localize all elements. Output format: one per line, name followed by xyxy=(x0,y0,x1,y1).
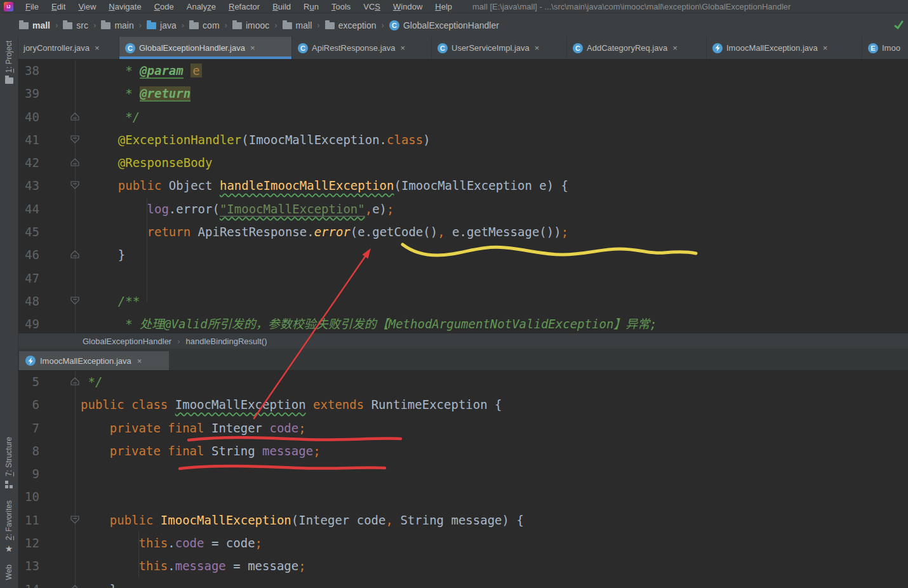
breadcrumb-class[interactable]: GlobalExceptionHandler xyxy=(83,337,171,346)
menu-item-navigate[interactable]: Navigate xyxy=(102,2,147,11)
menu-item-analyze[interactable]: Analyze xyxy=(180,2,222,11)
tool-button-1-project[interactable]: 1: Project xyxy=(4,41,13,84)
line-number[interactable]: 48 xyxy=(18,290,39,312)
fold-up-icon[interactable] xyxy=(70,112,80,122)
code-text[interactable]: */ xyxy=(18,370,908,393)
breadcrumb-item-exception[interactable]: exception xyxy=(325,20,377,30)
code-text[interactable]: private final Integer code; xyxy=(18,417,908,439)
code-text[interactable]: return ApiRestResponse.error(e.getCode()… xyxy=(18,220,908,243)
breadcrumb-item-mall[interactable]: mall xyxy=(19,20,50,30)
close-icon[interactable]: × xyxy=(250,43,255,53)
menu-item-window[interactable]: Window xyxy=(387,2,429,11)
close-icon[interactable]: × xyxy=(401,43,406,53)
code-text[interactable]: * @param e xyxy=(18,59,908,82)
fold-up-icon[interactable] xyxy=(70,584,80,588)
menu-item-view[interactable]: View xyxy=(72,2,102,11)
line-number[interactable]: 6 xyxy=(18,393,39,416)
tab-globalexceptionhandler-java[interactable]: CGlobalExceptionHandler.java× xyxy=(119,37,292,59)
code-text[interactable]: this.message = message; xyxy=(18,554,908,577)
line-number[interactable]: 10 xyxy=(18,485,39,508)
breadcrumb-item-imooc[interactable]: imooc xyxy=(232,20,269,30)
menu-item-vcs[interactable]: VCS xyxy=(357,2,387,11)
close-icon[interactable]: × xyxy=(95,43,100,53)
code-text[interactable]: */ xyxy=(18,105,908,128)
line-number[interactable]: 14 xyxy=(18,578,39,588)
breadcrumb-item-java[interactable]: java xyxy=(147,20,177,30)
line-number[interactable]: 7 xyxy=(18,417,39,439)
code-text[interactable]: * @return xyxy=(18,82,908,105)
code-text[interactable]: private final String message; xyxy=(18,439,908,462)
code-text[interactable]: log.error("ImoocMallException",e); xyxy=(18,197,908,220)
line-number[interactable]: 12 xyxy=(18,531,39,554)
close-icon[interactable]: × xyxy=(137,356,142,366)
line-number[interactable]: 41 xyxy=(18,128,39,151)
close-icon[interactable]: × xyxy=(823,43,828,53)
line-number[interactable]: 42 xyxy=(18,151,39,174)
fold-down-icon[interactable] xyxy=(70,135,80,145)
code-text[interactable]: /** xyxy=(18,290,908,312)
menu-item-refactor[interactable]: Refactor xyxy=(222,2,266,11)
menu-item-edit[interactable]: Edit xyxy=(45,2,72,11)
tool-button-web[interactable]: Web xyxy=(4,565,13,580)
fold-up-icon[interactable] xyxy=(70,377,80,387)
line-number[interactable]: 8 xyxy=(18,439,39,462)
code-text[interactable]: @ExceptionHandler(ImoocMallException.cla… xyxy=(18,128,908,151)
code-text[interactable]: this.code = code; xyxy=(18,531,908,554)
code-text[interactable]: } xyxy=(18,578,908,588)
close-icon[interactable]: × xyxy=(672,43,678,53)
tab-userserviceimpl-java[interactable]: CUserServiceImpl.java× xyxy=(432,37,567,59)
line-number[interactable]: 9 xyxy=(18,462,39,485)
breadcrumb-member[interactable]: handleBindingResult() xyxy=(186,337,267,346)
fold-up-icon[interactable] xyxy=(70,157,80,168)
fold-up-icon[interactable] xyxy=(70,250,80,260)
line-number[interactable]: 49 xyxy=(18,312,39,333)
line-number[interactable]: 47 xyxy=(18,267,39,290)
tab-imoo[interactable]: EImoo xyxy=(862,37,908,59)
code-text[interactable]: public ImoocMallException(Integer code, … xyxy=(18,509,908,531)
tab-imoocmallexception-java[interactable]: ImoocMallException.java× xyxy=(707,37,862,59)
code-text[interactable]: public class ImoocMallException extends … xyxy=(18,393,908,416)
menu-item-run[interactable]: Run xyxy=(297,2,325,11)
tool-button-2-favorites[interactable]: 2: Favorites★ xyxy=(4,500,13,552)
line-number[interactable]: 45 xyxy=(18,220,39,243)
menu-item-help[interactable]: Help xyxy=(429,2,458,11)
line-number[interactable]: 46 xyxy=(18,243,39,266)
fold-down-icon[interactable] xyxy=(70,296,80,306)
inspection-status-icon[interactable] xyxy=(893,19,904,30)
chevron-right-icon: › xyxy=(139,20,142,30)
line-number[interactable]: 5 xyxy=(18,370,39,393)
menu-item-build[interactable]: Build xyxy=(266,2,297,11)
code-text[interactable]: * 处理@Valid所引发的，参数校验失败引发的【MethodArgumentN… xyxy=(18,312,908,333)
menu-item-file[interactable]: File xyxy=(19,2,45,11)
breadcrumb-item-com[interactable]: com xyxy=(189,20,219,30)
line-number[interactable]: 44 xyxy=(18,197,39,220)
close-icon[interactable]: × xyxy=(535,43,540,53)
breadcrumb-item-src[interactable]: src xyxy=(63,20,88,30)
code-text[interactable]: public Object handleImoocMallException(I… xyxy=(18,174,908,197)
fold-down-icon[interactable] xyxy=(70,515,80,525)
code-token: ( xyxy=(291,513,298,527)
menu-item-tools[interactable]: Tools xyxy=(325,2,357,11)
editor-global-exception-handler[interactable]: 38 * @param e39 * @return40 */41 @Except… xyxy=(18,59,908,333)
line-number[interactable]: 13 xyxy=(18,554,39,577)
line-number[interactable]: 11 xyxy=(18,509,39,531)
code-text[interactable]: @ResponseBody xyxy=(18,151,908,174)
line-number[interactable]: 38 xyxy=(18,59,39,82)
code-token: extends xyxy=(313,398,364,411)
tab-imoocmallexception-java[interactable]: ImoocMallException.java × xyxy=(19,351,169,370)
menu-item-code[interactable]: Code xyxy=(148,2,180,11)
breadcrumb-item-mall[interactable]: mall xyxy=(283,20,312,30)
exception-class-icon xyxy=(25,356,36,366)
line-number[interactable]: 40 xyxy=(18,105,39,128)
tab-apirestresponse-java[interactable]: CApiRestResponse.java× xyxy=(292,37,432,59)
tab-jorycontroller-java[interactable]: joryController.java× xyxy=(18,37,119,59)
tool-button-7-structure[interactable]: 7: Structure xyxy=(4,437,13,488)
line-number[interactable]: 43 xyxy=(18,174,39,197)
line-number[interactable]: 39 xyxy=(18,82,39,105)
breadcrumb-item-main[interactable]: main xyxy=(101,20,133,30)
fold-down-icon[interactable] xyxy=(70,180,80,190)
breadcrumb-item-globalexceptionhandler[interactable]: CGlobalExceptionHandler xyxy=(389,20,499,30)
code-text[interactable]: } xyxy=(18,243,908,266)
tab-addcategoryreq-java[interactable]: CAddCategoryReq.java× xyxy=(567,37,707,59)
editor-imoocmallexception[interactable]: 5 */6public class ImoocMallException ext… xyxy=(18,370,908,588)
